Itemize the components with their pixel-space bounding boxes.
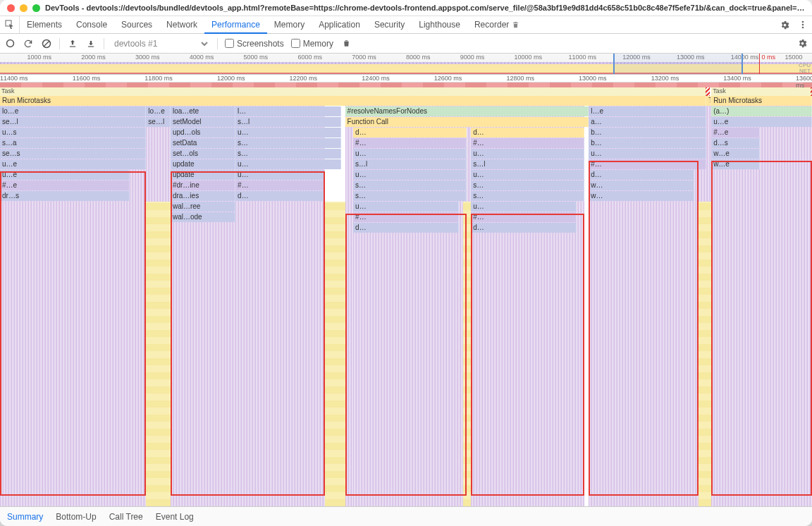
flame-block[interactable]: d… (353, 128, 467, 137)
inspect-icon[interactable] (0, 16, 20, 33)
flame-block[interactable]: u… (589, 149, 706, 159)
flame-block[interactable]: se…l (0, 117, 146, 127)
flame-block[interactable]: u… (235, 159, 341, 169)
flame-block[interactable]: Run Microtasks (711, 96, 812, 106)
flame-block[interactable]: l…e (589, 106, 706, 116)
memory-checkbox[interactable]: Memory (291, 39, 333, 49)
tab-sources[interactable]: Sources (114, 16, 159, 33)
flame-block[interactable]: u… (235, 128, 341, 137)
flame-block[interactable]: lo…e (0, 106, 146, 116)
flame-block[interactable]: s… (235, 138, 341, 148)
flame-block[interactable]: Function Call (345, 117, 589, 127)
flame-block[interactable]: #resolveNamesForNodes (345, 106, 589, 116)
tab-application[interactable]: Application (312, 16, 367, 33)
flame-block[interactable]: (a…) (711, 106, 812, 116)
record-icon[interactable] (4, 38, 16, 49)
overview-selection[interactable] (613, 54, 743, 74)
flame-block[interactable]: u… (353, 202, 459, 212)
detail-tab-summary[interactable]: Summary (7, 512, 43, 522)
flame-block[interactable]: setModel (171, 117, 235, 127)
flame-block[interactable]: #…e (711, 128, 760, 137)
flame-block[interactable]: #… (353, 138, 467, 148)
flame-block[interactable]: u… (471, 170, 584, 180)
flame-block[interactable]: d… (235, 191, 325, 201)
flame-chart[interactable]: Run MicrotasksTimer FiredRun Microtasksl… (0, 96, 812, 506)
toolbar-settings-icon[interactable] (796, 38, 808, 49)
flame-block[interactable]: update (171, 170, 235, 180)
flame-block[interactable]: b… (589, 138, 706, 148)
flame-block[interactable]: #…e (0, 181, 130, 190)
flame-block[interactable]: u…e (0, 170, 130, 180)
flame-block[interactable]: setData (171, 138, 235, 148)
flame-block[interactable]: s… (353, 191, 467, 201)
flame-block[interactable]: #… (353, 212, 459, 222)
tab-performance[interactable]: Performance (204, 16, 267, 34)
flame-block[interactable]: dr…s (0, 191, 130, 201)
flame-block[interactable]: s… (471, 181, 584, 190)
download-icon[interactable] (85, 38, 97, 49)
flame-block[interactable]: lo…e (146, 106, 171, 116)
tab-elements[interactable]: Elements (20, 16, 69, 33)
flame-block[interactable]: u…e (0, 159, 146, 169)
detail-tab-bottom-up[interactable]: Bottom-Up (56, 512, 96, 522)
detail-tab-call-tree[interactable]: Call Tree (109, 512, 143, 522)
task-strip[interactable]: TaskTask (0, 87, 812, 96)
flame-block[interactable]: #dr…ine (171, 181, 235, 190)
tab-network[interactable]: Network (159, 16, 204, 33)
flame-block[interactable]: s…l (235, 117, 341, 127)
flame-block[interactable]: loa…ete (171, 106, 235, 116)
clear-icon[interactable] (41, 38, 52, 49)
minimize-icon[interactable] (20, 4, 27, 12)
flame-block[interactable]: d… (589, 170, 694, 180)
timeline-overview[interactable]: 1000 ms2000 ms3000 ms4000 ms5000 ms6000 … (0, 54, 812, 75)
task-block[interactable]: Task (0, 87, 706, 96)
flame-block[interactable]: se…l (146, 117, 171, 127)
profile-select[interactable]: devtools #1 (111, 38, 210, 49)
flame-block[interactable]: w…e (711, 159, 760, 169)
flame-block[interactable]: Run Microtasks (0, 96, 706, 106)
flame-block[interactable]: u… (471, 202, 577, 212)
flame-block[interactable]: wal…ree (171, 202, 235, 212)
flame-block[interactable]: upd…ols (171, 128, 235, 137)
flame-block[interactable]: s…a (0, 138, 146, 148)
tab-lighthouse[interactable]: Lighthouse (412, 16, 467, 33)
flame-block[interactable]: #… (235, 181, 325, 190)
reload-icon[interactable] (23, 38, 34, 49)
flame-block[interactable]: l… (235, 106, 341, 116)
flame-block[interactable]: u… (353, 170, 467, 180)
detail-ruler-strip[interactable]: 11400 ms11600 ms11800 ms12000 ms12200 ms… (0, 75, 812, 87)
flame-block[interactable]: wal…ode (171, 212, 235, 222)
flame-block[interactable]: s… (353, 181, 467, 190)
more-icon[interactable] (794, 16, 812, 33)
flame-block[interactable]: d…s (711, 138, 760, 148)
tab-security[interactable]: Security (367, 16, 412, 33)
flame-block[interactable]: w… (589, 181, 694, 190)
flame-block[interactable]: d… (471, 223, 577, 233)
upload-icon[interactable] (67, 38, 78, 49)
flame-block[interactable]: d… (353, 223, 459, 233)
flame-block[interactable]: s…l (471, 159, 584, 169)
flame-block[interactable]: u… (471, 149, 584, 159)
flame-block[interactable]: u… (353, 149, 467, 159)
flame-block[interactable]: s…l (353, 159, 467, 169)
flame-block[interactable]: b… (589, 128, 706, 137)
flame-block[interactable]: se…s (0, 149, 146, 159)
flame-block[interactable]: a… (589, 117, 706, 127)
flame-block[interactable]: #… (471, 212, 577, 222)
settings-icon[interactable] (775, 16, 794, 33)
detail-tab-event-log[interactable]: Event Log (156, 512, 194, 522)
flame-block[interactable]: s… (235, 149, 341, 159)
flame-block[interactable]: #… (589, 159, 706, 169)
flame-block[interactable]: u…e (711, 117, 812, 127)
close-icon[interactable] (7, 4, 15, 12)
task-block[interactable]: Task (711, 87, 812, 96)
screenshots-checkbox[interactable]: Screenshots (225, 39, 284, 49)
tab-console[interactable]: Console (69, 16, 114, 33)
tab-recorder[interactable]: Recorder (467, 16, 527, 33)
trash-icon[interactable] (340, 38, 352, 49)
flame-block[interactable]: u… (235, 170, 325, 180)
flame-block[interactable]: w… (589, 191, 694, 201)
zoom-icon[interactable] (32, 4, 40, 12)
flame-block[interactable]: update (171, 159, 235, 169)
flame-block[interactable]: s… (471, 191, 584, 201)
